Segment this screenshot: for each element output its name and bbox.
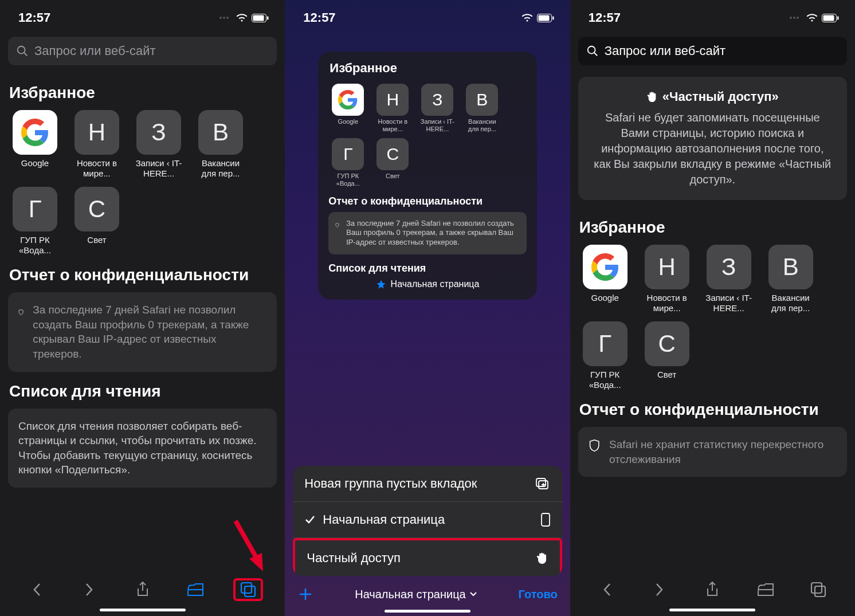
svg-line-23	[594, 53, 597, 56]
status-bar: 12:57	[0, 0, 285, 31]
tab-preview-card[interactable]: Избранное Google ННовости в мире... ЗЗап…	[318, 52, 536, 300]
favorite-item[interactable]: ЗЗаписи ‹ IT-HERE...	[132, 110, 186, 179]
favorite-item[interactable]: ЗЗаписи ‹ IT-HERE...	[702, 245, 756, 313]
home-indicator	[385, 610, 470, 613]
back-button[interactable]	[22, 578, 52, 601]
privacy-card[interactable]: За последние 7 дней Safari не позволил с…	[8, 292, 277, 372]
favorite-item: ЗЗаписи ‹ IT-HERE...	[418, 84, 457, 132]
letter-icon: В	[198, 110, 243, 155]
reading-title: Список для чтения	[328, 262, 526, 274]
battery-icon	[252, 14, 269, 22]
reading-card: Список для чтения позволяет собирать веб…	[8, 409, 277, 488]
privacy-title: Отчет о конфиденциальности	[9, 266, 277, 284]
svg-rect-24	[811, 583, 822, 593]
status-time: 12:57	[589, 10, 621, 25]
phone-icon	[540, 512, 551, 527]
svg-rect-16	[542, 513, 550, 526]
wifi-icon	[806, 13, 818, 22]
back-button[interactable]	[592, 578, 622, 601]
recording-indicator	[219, 17, 229, 19]
privacy-text: Safari не хранит статистику перекрестног…	[609, 437, 837, 466]
letter-icon: Г	[13, 187, 57, 232]
favorite-item[interactable]: ВВакансии для пер...	[194, 110, 248, 179]
forward-button[interactable]	[74, 578, 104, 601]
reading-start-row: Начальная страница	[328, 279, 526, 289]
favorite-item[interactable]: ННовости в мире...	[640, 245, 694, 313]
favorite-item[interactable]: ГГУП РК «Вода...	[8, 187, 62, 256]
favorite-item[interactable]: Google	[8, 110, 62, 179]
start-page-row[interactable]: Начальная страница	[293, 502, 562, 538]
privacy-card[interactable]: Safari не хранит статистику перекрестног…	[578, 427, 847, 477]
favorite-item: ГГУП РК «Вода...	[328, 138, 367, 187]
new-tab-button[interactable]	[297, 586, 313, 602]
favorites-title: Избранное	[579, 218, 847, 237]
tabs-button[interactable]	[803, 578, 833, 601]
favorite-item[interactable]: ННовости в мире...	[70, 110, 124, 179]
svg-rect-21	[837, 16, 839, 19]
favorite-item[interactable]: ССвет	[70, 187, 124, 256]
favorite-item[interactable]: ГГУП РК «Вода...	[578, 321, 632, 390]
status-bar: 12:57	[285, 0, 570, 31]
private-banner: «Частный доступ» Safari не будет запомин…	[578, 77, 847, 200]
privacy-text: За последние 7 дней Safari не позволил с…	[33, 303, 266, 362]
status-bar: 12:57	[570, 0, 855, 31]
search-icon	[16, 45, 29, 57]
new-tab-group-row[interactable]: Новая группа пустых вкладок	[293, 466, 562, 502]
favorite-item: Google	[328, 84, 367, 132]
privacy-title: Отчет о конфиденциальности	[579, 401, 847, 419]
letter-icon: С	[74, 187, 119, 232]
reading-title: Список для чтения	[9, 382, 277, 401]
tabs-button[interactable]	[233, 578, 263, 601]
tab-group-selector[interactable]: Начальная страница	[355, 588, 477, 601]
search-bar[interactable]: Запрос или веб-сайт	[8, 37, 277, 65]
favorite-item[interactable]: ССвет	[640, 321, 694, 390]
bottom-toolbar	[0, 570, 285, 616]
svg-rect-12	[536, 478, 546, 486]
favorites-title: Избранное	[9, 84, 277, 102]
svg-rect-6	[245, 586, 255, 597]
share-button[interactable]	[697, 578, 727, 601]
tabs-plus-icon	[535, 477, 551, 491]
privacy-card: За последние 7 дней Safari не позволил с…	[328, 212, 526, 255]
bookmarks-button[interactable]	[751, 578, 781, 601]
wifi-icon	[521, 13, 534, 22]
shield-icon	[589, 437, 600, 454]
shield-icon	[18, 304, 23, 321]
home-indicator	[669, 609, 755, 611]
forward-button[interactable]	[645, 578, 674, 601]
status-time: 12:57	[303, 10, 335, 25]
checkmark-icon	[304, 514, 316, 525]
battery-icon	[822, 14, 839, 22]
svg-rect-25	[815, 586, 825, 597]
battery-icon	[537, 14, 554, 22]
letter-icon: Н	[74, 110, 119, 155]
recording-indicator	[790, 17, 799, 19]
bottom-toolbar	[570, 570, 855, 616]
favorites-grid: Google ННовости в мире... ЗЗаписи ‹ IT-H…	[578, 245, 847, 390]
svg-point-3	[18, 46, 25, 54]
status-time: 12:57	[18, 10, 50, 25]
private-browsing-row[interactable]: Частный доступ	[293, 538, 562, 576]
shield-icon	[335, 219, 339, 232]
hand-icon	[536, 551, 548, 565]
favorite-item[interactable]: Google	[578, 245, 632, 313]
svg-rect-5	[241, 583, 252, 593]
share-button[interactable]	[128, 578, 158, 601]
favorite-item[interactable]: ВВакансии для пер...	[764, 245, 818, 313]
home-indicator	[100, 609, 186, 611]
search-bar[interactable]: Запрос или веб-сайт	[578, 37, 847, 65]
hand-icon	[646, 91, 658, 103]
favorite-item: ННовости в мире...	[373, 84, 412, 132]
search-placeholder: Запрос или веб-сайт	[605, 44, 726, 58]
chevron-down-icon	[469, 591, 477, 597]
search-icon	[586, 45, 599, 57]
bookmarks-button[interactable]	[181, 578, 210, 601]
reading-text: Список для чтения позволяет собирать веб…	[18, 419, 266, 478]
search-placeholder: Запрос или веб-сайт	[34, 44, 156, 58]
star-icon	[376, 279, 386, 289]
favorites-title: Избранное	[330, 61, 526, 76]
done-button[interactable]: Готово	[519, 588, 558, 601]
favorite-item: ССвет	[373, 138, 412, 187]
svg-rect-11	[552, 16, 554, 19]
favorites-grid: Google ННовости в мире... ЗЗаписи ‹ IT-H…	[8, 110, 277, 256]
